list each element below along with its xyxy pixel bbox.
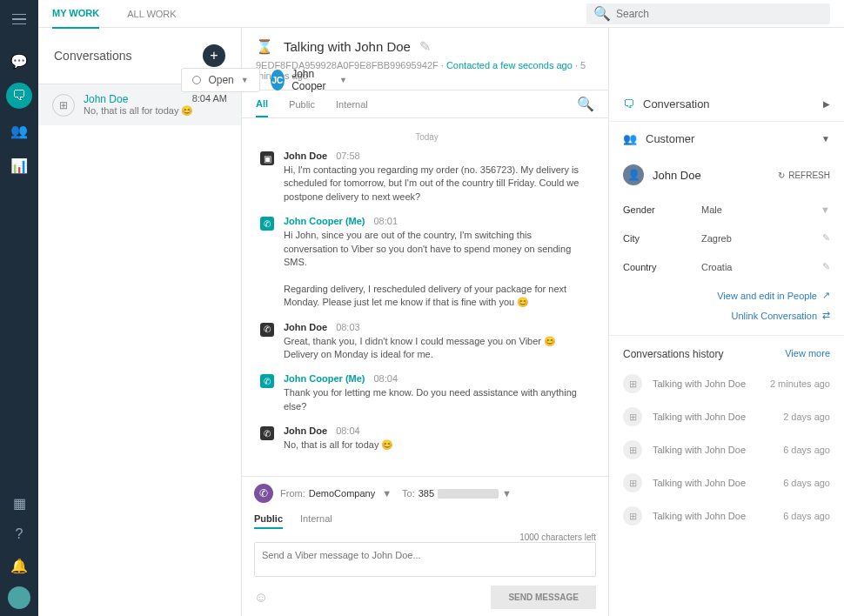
from-dropdown-icon[interactable]: ▼ (382, 488, 392, 499)
send-message-button[interactable]: SEND MESSAGE (491, 586, 596, 609)
sms-channel-icon: ⊞ (52, 94, 75, 117)
conversations-title: Conversations (54, 49, 132, 63)
viber-channel-icon: ✆ (254, 484, 273, 503)
message-time: 08:01 (374, 216, 399, 226)
history-title: Conversations history (623, 348, 723, 360)
global-search[interactable]: 🔍 (586, 3, 830, 24)
right-panel: 🗨 Conversation ▶ 👥 Customer ▼ 👤 (609, 28, 844, 616)
unlink-icon: ⇄ (822, 310, 830, 321)
history-item-time: 6 days ago (783, 511, 830, 521)
city-edit-icon[interactable]: ✎ (822, 232, 830, 244)
to-value: 385 (419, 488, 434, 499)
city-label: City (623, 233, 701, 244)
conversation-item-preview: No, that is all for today 😊 (84, 105, 227, 117)
message-text: Great, thank you, I didn't know I could … (284, 335, 579, 362)
message-author: John Cooper (Me) (284, 373, 365, 384)
topbar: MY WORK ALL WORK 🔍 (38, 0, 844, 28)
message-author: John Doe (284, 151, 327, 161)
history-item-title: Talking with John Doe (653, 378, 746, 389)
history-item-title: Talking with John Doe (653, 511, 746, 521)
edit-title-icon[interactable]: ✎ (419, 38, 431, 55)
composer-tab-public[interactable]: Public (254, 510, 283, 529)
nav-inbox-icon[interactable]: 💬 (0, 44, 38, 78)
message: ▣ John Doe07:58 Hi, I'm contacting you r… (259, 151, 594, 204)
refresh-button[interactable]: ↻ REFRESH (778, 171, 830, 180)
customer-section-label: Customer (646, 132, 694, 145)
masked-number (438, 489, 499, 499)
menu-button[interactable] (0, 7, 38, 31)
tab-my-work[interactable]: MY WORK (52, 0, 99, 29)
history-item-time: 6 days ago (783, 445, 830, 455)
from-label: From: (280, 488, 305, 499)
history-channel-icon: ⊞ (623, 407, 642, 426)
history-channel-icon: ⊞ (623, 374, 642, 393)
tab-all[interactable]: All (256, 91, 268, 117)
tab-internal[interactable]: Internal (336, 92, 368, 117)
search-messages-icon[interactable]: 🔍 (577, 96, 594, 112)
message-text: No, that is all for today 😊 (284, 439, 579, 452)
history-channel-icon: ⊞ (623, 506, 642, 526)
country-edit-icon[interactable]: ✎ (822, 261, 830, 272)
unlink-conversation-link[interactable]: Unlink Conversation ⇄ (732, 310, 830, 321)
refresh-label: REFRESH (788, 171, 830, 180)
user-avatar[interactable] (8, 586, 30, 609)
tab-all-work[interactable]: ALL WORK (127, 0, 176, 28)
conversations-list: Conversations + ⊞ John Doe 8:04 AM No, t… (38, 28, 242, 616)
gender-label: Gender (623, 204, 701, 215)
history-item-title: Talking with John Doe (653, 445, 746, 455)
new-conversation-button[interactable]: + (203, 44, 225, 67)
message: ✆ John Cooper (Me)08:01 Hi John, since y… (259, 216, 594, 309)
external-link-icon: ↗ (822, 290, 830, 301)
search-icon: 🔍 (593, 5, 611, 22)
to-dropdown-icon[interactable]: ▼ (502, 488, 512, 499)
assignee-avatar: JC (271, 70, 285, 90)
from-value: DemoCompany (309, 488, 375, 499)
nav-analytics-icon[interactable]: 📊 (0, 148, 38, 183)
history-item-time: 2 days ago (783, 412, 830, 422)
viber-icon: ✆ (259, 322, 275, 362)
history-item[interactable]: ⊞ Talking with John Doe 2 days ago (609, 400, 844, 433)
hourglass-icon: ⌛ (256, 38, 273, 55)
chevron-down-icon: ▼ (241, 76, 249, 84)
history-channel-icon: ⊞ (623, 473, 642, 492)
history-item[interactable]: ⊞ Talking with John Doe 6 days ago (609, 433, 844, 466)
viber-icon: ✆ (259, 216, 275, 309)
history-channel-icon: ⊞ (623, 440, 642, 459)
history-item[interactable]: ⊞ Talking with John Doe 6 days ago (609, 499, 844, 532)
message-time: 08:04 (336, 425, 360, 436)
nav-people-icon[interactable]: 👥 (0, 113, 38, 148)
chevron-down-icon: ▼ (339, 76, 347, 84)
gender-dropdown-icon[interactable]: ▼ (821, 204, 830, 215)
history-item-time: 2 minutes ago (770, 378, 830, 389)
conversation-icon: 🗨 (623, 97, 634, 110)
tab-public[interactable]: Public (289, 92, 315, 117)
composer-tab-internal[interactable]: Internal (300, 510, 332, 529)
view-edit-people-link[interactable]: View and edit in People ↗ (717, 290, 830, 301)
search-input[interactable] (616, 8, 823, 20)
history-item[interactable]: ⊞ Talking with John Doe 6 days ago (609, 466, 844, 499)
message-author: John Doe (284, 425, 327, 436)
assignee-dropdown[interactable]: JC John Cooper ▼ (271, 68, 347, 92)
conversation-item-name: John Doe (84, 93, 128, 105)
history-item[interactable]: ⊞ Talking with John Doe 2 minutes ago (609, 367, 844, 400)
conversation-section-toggle[interactable]: 🗨 Conversation ▶ (609, 87, 844, 121)
conversation-title: Talking with John Doe (284, 39, 411, 54)
status-dropdown[interactable]: Open ▼ (181, 68, 259, 92)
apps-icon[interactable]: ▦ (0, 487, 38, 519)
conversation-section-label: Conversation (643, 97, 710, 110)
view-more-link[interactable]: View more (785, 348, 830, 360)
notifications-icon[interactable]: 🔔 (0, 550, 38, 581)
day-separator: Today (259, 132, 594, 142)
message-input[interactable] (254, 542, 596, 577)
history-item-title: Talking with John Doe (653, 412, 746, 422)
message-time: 07:58 (336, 151, 360, 161)
message-time: 08:03 (336, 322, 360, 332)
message-text: Thank you for letting me know. Do you ne… (284, 386, 579, 413)
viber-icon: ✆ (259, 373, 275, 413)
emoji-picker-icon[interactable]: ☺ (254, 590, 268, 606)
customer-section-toggle[interactable]: 👥 Customer ▼ (609, 122, 844, 156)
nav-conversations-icon[interactable]: 🗨 (6, 83, 32, 109)
composer: ✆ From: DemoCompany ▼ To: 385 ▼ Public I… (242, 476, 608, 616)
contacted-label: Contacted a few seconds ago (446, 60, 573, 70)
help-icon[interactable]: ? (0, 519, 38, 550)
